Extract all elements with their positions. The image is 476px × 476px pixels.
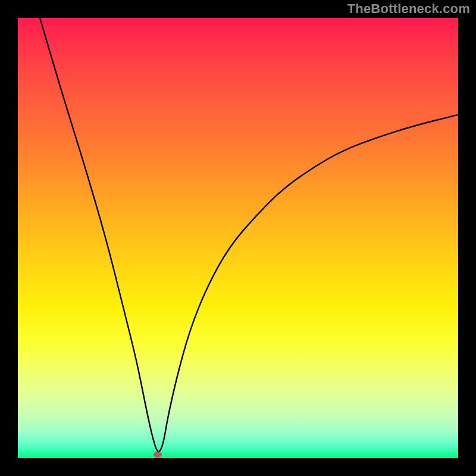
bottleneck-curve <box>18 18 458 458</box>
chart-frame: TheBottleneck.com <box>0 0 476 476</box>
marker-dot <box>154 452 162 458</box>
plot-area <box>18 18 458 458</box>
watermark-label: TheBottleneck.com <box>347 1 470 17</box>
curve-path <box>40 18 458 452</box>
